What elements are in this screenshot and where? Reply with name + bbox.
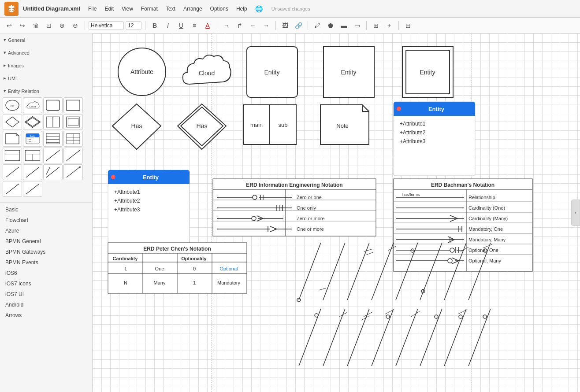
er-shape-note[interactable]: [3, 131, 22, 147]
right-panel-toggle[interactable]: ›: [571, 200, 580, 226]
shape-split-entity[interactable]: main sub: [243, 105, 296, 144]
shape-cloud[interactable]: Cloud: [183, 55, 231, 84]
er-shape-line6[interactable]: [63, 164, 83, 180]
sidebar-nav-arrows[interactable]: Arrows: [0, 310, 92, 321]
sidebar-nav-azure[interactable]: Azure: [0, 226, 92, 236]
shape-entity-blue-1[interactable]: Entity +Attribute1 +Attribute2 +Attribut…: [394, 102, 475, 176]
shape-entity-nested[interactable]: Entity: [402, 47, 453, 97]
er-shape-line2[interactable]: [63, 148, 83, 163]
sidebar-section-uml: ▸ UML: [0, 72, 92, 85]
toolbar-sep-6: [366, 21, 367, 30]
link-button[interactable]: 🔗: [293, 20, 304, 31]
sidebar-section-entity-relation: ▾ Entity Relation Attr Cloud: [0, 85, 92, 200]
svg-text:Mandatory, Many: Mandatory, Many: [468, 237, 506, 242]
redo-button[interactable]: ↪: [17, 20, 28, 31]
sidebar-nav-bpmn-events[interactable]: BPMN Events: [0, 257, 92, 268]
font-family-input[interactable]: [89, 21, 124, 30]
er-shape-line1[interactable]: [43, 148, 63, 163]
sidebar-nav-bpmn-gateways[interactable]: BPMN Gateways: [0, 247, 92, 257]
menu-edit[interactable]: Edit: [101, 4, 117, 13]
svg-text:Entity: Entity: [264, 69, 279, 76]
fill-color-button[interactable]: 🖍: [312, 20, 323, 31]
menu-format[interactable]: Format: [138, 4, 161, 13]
er-shape-line7[interactable]: [3, 181, 22, 197]
er-shape-attribute[interactable]: Attr: [3, 97, 22, 113]
font-size-input[interactable]: [126, 21, 141, 30]
chevron-down-icon-adv: ▾: [4, 50, 6, 55]
align-button[interactable]: ≡: [189, 20, 200, 31]
toolbar-sep-1: [85, 21, 85, 30]
svg-point-96: [252, 216, 256, 221]
er-shape-area1[interactable]: [3, 148, 22, 163]
canvas-area[interactable]: Attribute Cloud Entity Entity: [93, 33, 580, 392]
zoom-in-button[interactable]: ⊕: [56, 20, 68, 31]
er-shape-entity-blue-mini[interactable]: Entity +Attr1 +Attr2: [23, 131, 42, 147]
svg-text:Entity: Entity: [143, 174, 159, 181]
italic-button[interactable]: I: [162, 20, 174, 31]
stroke-color-button[interactable]: ⬟: [325, 20, 336, 31]
shape-note[interactable]: Note: [320, 105, 369, 144]
sidebar-nav-ios7ui[interactable]: iOS7 UI: [0, 289, 92, 300]
er-shape-split[interactable]: [43, 114, 63, 130]
sidebar-nav-android[interactable]: Android: [0, 300, 92, 310]
er-shape-grid[interactable]: [63, 131, 83, 147]
bold-button[interactable]: B: [149, 20, 160, 31]
sidebar-nav-flowchart[interactable]: Flowchart: [0, 215, 92, 226]
unsaved-label: Unsaved changes: [271, 6, 310, 11]
arrow-bend-button[interactable]: ↱: [234, 20, 245, 31]
shape-rect-button[interactable]: ▭: [351, 20, 363, 31]
menu-text[interactable]: Text: [162, 4, 179, 13]
er-shape-line8[interactable]: [23, 181, 42, 197]
font-color-button[interactable]: A: [202, 20, 213, 31]
er-shape-entity-rounded[interactable]: [43, 97, 63, 113]
shape-entity-rounded[interactable]: Entity: [247, 47, 297, 97]
add-button[interactable]: +: [383, 20, 395, 31]
menu-options[interactable]: Options: [207, 4, 232, 13]
sidebar-nav-bpmn-general[interactable]: BPMN General: [0, 236, 92, 247]
sidebar-advanced-header[interactable]: ▾ Advanced: [0, 48, 92, 57]
er-shape-diamond[interactable]: [3, 114, 22, 130]
shape-diamond-single[interactable]: Has: [112, 104, 161, 149]
er-shape-area2[interactable]: [23, 148, 42, 163]
menu-file[interactable]: File: [85, 4, 100, 13]
zoom-out-button[interactable]: ⊖: [70, 20, 81, 31]
er-shape-entity-nested[interactable]: [63, 114, 83, 130]
menu-view[interactable]: View: [118, 4, 137, 13]
shape-entity-blue-2[interactable]: Entity +Attribute1 +Attribute2 +Attribut…: [108, 170, 190, 244]
svg-text:Mandatory: Mandatory: [217, 280, 240, 285]
svg-line-172: [347, 243, 369, 300]
arrow-left-button[interactable]: ←: [247, 20, 259, 31]
er-shape-list[interactable]: [43, 131, 63, 147]
er-shape-line5[interactable]: [43, 164, 63, 180]
undo-button[interactable]: ↩: [4, 20, 15, 31]
panel-toggle-button[interactable]: ⊟: [402, 20, 414, 31]
shape-diamond-double[interactable]: Has: [178, 104, 226, 149]
er-shape-line4[interactable]: [23, 164, 42, 180]
er-shape-entity-rect[interactable]: [63, 97, 83, 113]
sidebar-images-header[interactable]: ▸ Images: [0, 61, 92, 70]
sidebar-nav-ios7icons[interactable]: iOS7 Icons: [0, 278, 92, 289]
er-shape-cloud[interactable]: Cloud: [23, 97, 42, 113]
sidebar-nav-ios6[interactable]: iOS6: [0, 268, 92, 278]
underline-button[interactable]: U: [175, 20, 187, 31]
arrow-right2-button[interactable]: →: [260, 20, 272, 31]
menu-help[interactable]: Help: [233, 4, 251, 13]
grid-button[interactable]: ⊞: [370, 20, 382, 31]
svg-text:One or more: One or more: [297, 226, 324, 232]
sidebar-er-header[interactable]: ▾ Entity Relation: [0, 86, 92, 96]
shape-square-button[interactable]: ▬: [338, 20, 349, 31]
image-button[interactable]: 🖼: [279, 20, 291, 31]
arrow-right-button[interactable]: →: [221, 20, 232, 31]
shape-attribute[interactable]: Attribute: [118, 48, 166, 96]
er-shape-diamond-double[interactable]: [23, 114, 42, 130]
menu-arrange[interactable]: Arrange: [180, 4, 206, 13]
delete-button[interactable]: 🗑: [30, 20, 41, 31]
sidebar-general-header[interactable]: ▾ General: [0, 35, 92, 44]
fit-page-button[interactable]: ⊡: [43, 20, 55, 31]
er-shape-line3[interactable]: [3, 164, 22, 180]
sidebar-uml-header[interactable]: ▸ UML: [0, 74, 92, 83]
svg-text:One only: One only: [297, 205, 316, 211]
shape-entity-square[interactable]: Entity: [323, 47, 374, 97]
sidebar-nav-basic[interactable]: Basic: [0, 204, 92, 215]
svg-text:+Attribute2: +Attribute2: [400, 129, 426, 136]
